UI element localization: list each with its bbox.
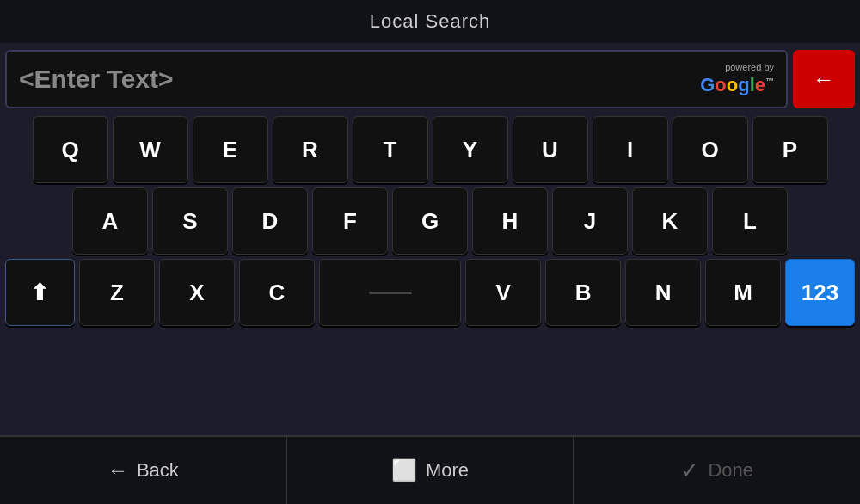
key-a[interactable]: A (72, 187, 148, 255)
back-icon: ← (108, 458, 128, 482)
key-x[interactable]: X (159, 259, 235, 326)
key-g[interactable]: G (392, 187, 468, 255)
key-i[interactable]: I (593, 116, 668, 183)
key-n[interactable]: N (625, 259, 701, 326)
key-j[interactable]: J (552, 187, 628, 255)
google-logo: Google™ (700, 74, 774, 96)
space-key[interactable] (319, 259, 461, 326)
keyboard-row-1: Q W E R T Y U I O P (5, 116, 855, 183)
keyboard-area: <Enter Text> powered by Google™ ← Q W E … (0, 43, 860, 435)
backspace-button[interactable]: ← (793, 50, 855, 108)
powered-by-text: powered by (725, 62, 774, 72)
key-e[interactable]: E (193, 116, 268, 183)
key-k[interactable]: K (632, 187, 708, 255)
back-label: Back (137, 459, 179, 482)
key-w[interactable]: W (113, 116, 188, 183)
key-z[interactable]: Z (79, 259, 155, 326)
shift-button[interactable]: ⬆ (5, 259, 75, 326)
key-r[interactable]: R (273, 116, 348, 183)
key-u[interactable]: U (513, 116, 588, 183)
key-s[interactable]: S (152, 187, 228, 255)
keyboard-row-2: A S D F G H J K L (5, 187, 855, 255)
key-m[interactable]: M (705, 259, 781, 326)
done-button: ✓ Done (574, 437, 860, 504)
key-p[interactable]: P (752, 116, 828, 183)
keyboard-row-3: ⬆ Z X C V B N M 123 (5, 259, 855, 326)
search-placeholder: <Enter Text> (19, 65, 174, 94)
search-box[interactable]: <Enter Text> powered by Google™ (5, 50, 788, 108)
page-title: Local Search (0, 0, 860, 43)
key-d[interactable]: D (232, 187, 308, 255)
key-q[interactable]: Q (33, 116, 108, 183)
done-label: Done (708, 459, 753, 482)
more-label: More (426, 459, 469, 482)
back-button[interactable]: ← Back (0, 437, 287, 504)
checkmark-icon: ✓ (680, 458, 699, 484)
key-y[interactable]: Y (433, 116, 508, 183)
bottom-bar: ← Back ⬜ More ✓ Done (0, 435, 860, 504)
numeric-mode-button[interactable]: 123 (785, 259, 855, 326)
key-f[interactable]: F (312, 187, 388, 255)
more-button[interactable]: ⬜ More (287, 437, 574, 504)
more-icon: ⬜ (391, 458, 417, 482)
key-h[interactable]: H (472, 187, 548, 255)
key-c[interactable]: C (239, 259, 315, 326)
key-t[interactable]: T (353, 116, 428, 183)
google-branding: powered by Google™ (700, 62, 774, 96)
key-o[interactable]: O (673, 116, 748, 183)
key-b[interactable]: B (545, 259, 621, 326)
title-text: Local Search (370, 10, 490, 32)
key-v[interactable]: V (465, 259, 541, 326)
key-l[interactable]: L (712, 187, 788, 255)
search-row: <Enter Text> powered by Google™ ← (5, 50, 855, 108)
